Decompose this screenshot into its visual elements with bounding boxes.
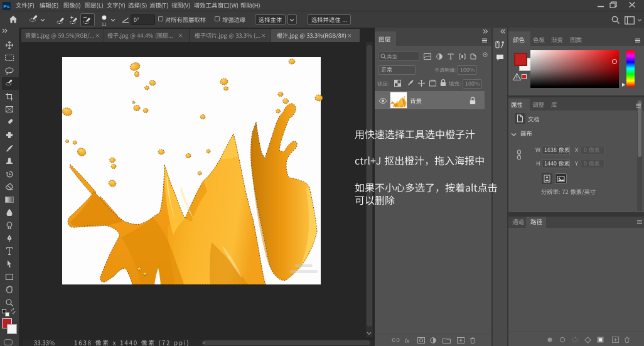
svg-text:Ps: Ps xyxy=(4,4,10,9)
svg-text:fx: fx xyxy=(405,338,410,344)
